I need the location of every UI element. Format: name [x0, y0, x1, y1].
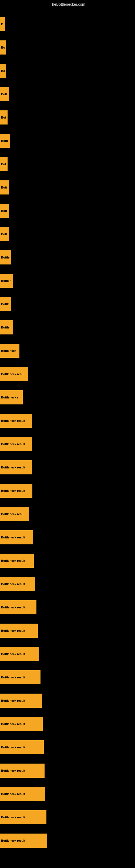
bar-label: Bottleneck result [1, 652, 25, 656]
bar-row: Bottl [0, 129, 135, 152]
bar-label: Bottleneck result [1, 419, 25, 422]
bar-row: Bottleneck result [0, 572, 135, 596]
bar-row: Bottler [0, 316, 135, 339]
bar: Bottleneck resu [0, 507, 29, 521]
bar-label: Bottleneck result [1, 582, 25, 586]
bar-label: Bottleneck result [1, 746, 25, 749]
bar-label: Bottl [1, 139, 8, 143]
bar-row: Bot [0, 152, 135, 176]
bar: Bott [0, 227, 9, 241]
bar: Bottleneck result [0, 460, 32, 474]
bar-label: Bott [1, 232, 7, 236]
bar-row: Bottleneck result [0, 712, 135, 736]
bar: Bottleneck result [0, 693, 42, 708]
bars-container: BBoBoBottBotBottlBotBottBottBottBottleBo… [0, 10, 135, 855]
bar: Bot [0, 111, 8, 124]
bar-row: Bott [0, 176, 135, 199]
bar-label: Bottleneck result [1, 699, 25, 702]
bar-row: Bottle [0, 292, 135, 316]
bar-row: Bottleneck result [0, 479, 135, 502]
bar: Bottleneck result [0, 670, 41, 684]
bar: Bott [0, 180, 9, 194]
bar-row: Bo [0, 36, 135, 59]
bar-label: Bo [1, 69, 5, 72]
bar-label: Bottleneck result [1, 606, 25, 609]
bar: Bottleneck result [0, 740, 44, 754]
bar-label: Bottleneck result [1, 769, 25, 772]
bar-label: Bottleneck result [1, 816, 25, 819]
bar: Bottle [0, 297, 11, 311]
bar-row: Bottleneck result [0, 759, 135, 782]
bar: Bottleneck result [0, 834, 47, 848]
bar-row: Bottleneck result [0, 619, 135, 642]
bar-label: Bottle [1, 303, 9, 306]
bar: Bottl [0, 134, 10, 148]
bar-row: Bott [0, 83, 135, 106]
bar-label: Bottleneck result [1, 722, 25, 725]
bar: Bottleneck result [0, 764, 45, 778]
bar-label: B [1, 23, 3, 26]
bar-label: Bottleneck resu [1, 372, 24, 376]
bar-label: Bottler [1, 326, 10, 329]
bar-label: Bott [1, 93, 7, 96]
bar-label: Bott [1, 209, 7, 212]
bar: Bottleneck result [0, 577, 35, 591]
bar: Bottler [0, 320, 13, 335]
bar-row: Bottleneck result [0, 689, 135, 712]
bar-row: Bottleneck result [0, 456, 135, 479]
bar-row: Bottle [0, 246, 135, 269]
bar: Bottleneck resu [0, 367, 28, 381]
bar-label: Bottleneck result [1, 792, 25, 796]
bar: B [0, 17, 5, 31]
bar-label: Bottleneck result [1, 629, 25, 632]
bar-row: Bot [0, 106, 135, 129]
bar-row: Bottleneck result [0, 782, 135, 806]
bar-row: Bottleneck result [0, 806, 135, 829]
bar-row: Bottleneck result [0, 409, 135, 432]
bar-label: Bott [1, 186, 7, 189]
bar-row: Bott [0, 199, 135, 222]
bar-label: Bottleneck result [1, 442, 25, 446]
bar-row: B [0, 12, 135, 36]
bar-label: Bo [1, 46, 5, 49]
bar-row: Bottleneck result [0, 596, 135, 619]
bar-label: Bottleneck resu [1, 513, 24, 516]
bar: Bottleneck result [0, 437, 32, 451]
bar-row: Bottleneck result [0, 432, 135, 456]
bar-row: Bott [0, 222, 135, 246]
site-title: TheBottlenecker.com [0, 0, 135, 10]
bar-label: Bottleneck result [1, 489, 25, 492]
bar: Bottleneck result [0, 600, 37, 614]
bar-row: Bottleneck result [0, 642, 135, 665]
bar: Bottleneck result [0, 624, 38, 638]
bar-label: Bottleneck r [1, 396, 18, 399]
bar-label: Bottleneck result [1, 559, 25, 562]
bar: Bott [0, 87, 9, 101]
bar: Bottleneck [0, 344, 19, 358]
bar-row: Bottleneck result [0, 736, 135, 759]
bar-label: Bottleneck result [1, 839, 25, 842]
bar-label: Bot [1, 162, 6, 166]
bar-label: Bot [1, 116, 6, 119]
bar: Bottleneck result [0, 554, 34, 568]
bar-row: Bottleneck r [0, 386, 135, 409]
bar: Bottleneck result [0, 484, 32, 498]
bar-label: Bottle [1, 256, 9, 259]
bar-label: Bottleneck result [1, 676, 25, 679]
bar: Bot [0, 157, 8, 171]
bar: Bo [0, 64, 6, 78]
bar-row: Bottleneck result [0, 665, 135, 689]
bar: Bottler [0, 274, 13, 288]
bar-row: Bottleneck resu [0, 502, 135, 526]
bar: Bott [0, 204, 9, 218]
bar: Bottleneck result [0, 647, 39, 661]
bar: Bottleneck result [0, 717, 43, 731]
bar-row: Bottler [0, 269, 135, 292]
bar: Bottleneck result [0, 530, 33, 545]
bar-label: Bottleneck [1, 349, 16, 352]
bar-label: Bottler [1, 279, 10, 282]
bar-label: Bottleneck result [1, 536, 25, 539]
bar-row: Bottleneck result [0, 549, 135, 572]
bar: Bottleneck result [0, 414, 32, 428]
bar: Bottle [0, 250, 11, 265]
